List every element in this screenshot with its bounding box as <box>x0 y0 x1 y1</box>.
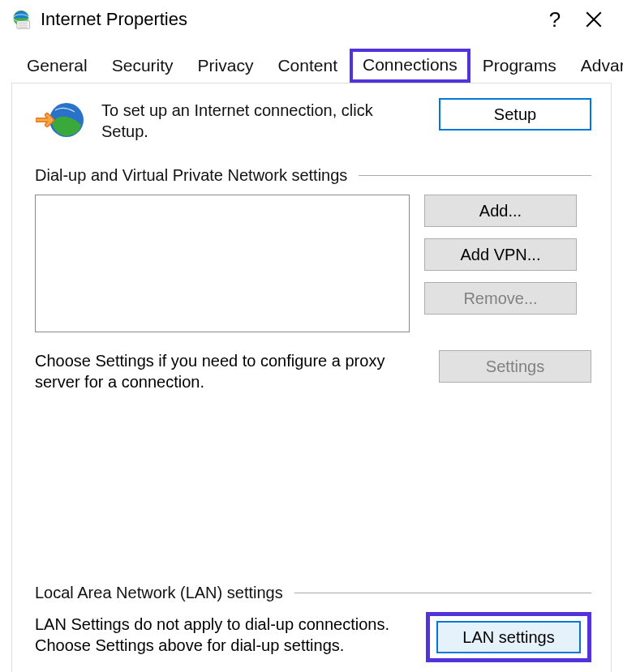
tab-general[interactable]: General <box>15 50 100 83</box>
app-icon <box>10 8 32 31</box>
lan-row: LAN Settings do not apply to dial-up con… <box>35 612 591 662</box>
dialup-header-label: Dial-up and Virtual Private Network sett… <box>35 166 347 185</box>
lan-text: LAN Settings do not apply to dial-up con… <box>35 612 411 656</box>
setup-text: To set up an Internet connection, click … <box>101 98 423 142</box>
divider-line <box>359 175 591 176</box>
setup-section: To set up an Internet connection, click … <box>35 98 591 143</box>
tab-strip: General Security Privacy Content Connect… <box>0 39 623 83</box>
proxy-choose-row: Choose Settings if you need to configure… <box>35 350 591 392</box>
close-icon <box>586 11 602 28</box>
remove-button: Remove... <box>424 282 577 315</box>
close-button[interactable] <box>574 3 613 36</box>
tab-connections[interactable]: Connections <box>350 49 470 83</box>
window-title: Internet Properties <box>41 9 187 30</box>
tab-content-panel: To set up an Internet connection, click … <box>11 83 612 672</box>
setup-globe-icon <box>35 98 85 143</box>
setup-button[interactable]: Setup <box>439 98 591 131</box>
settings-button: Settings <box>439 350 591 383</box>
tab-content[interactable]: Content <box>265 50 350 83</box>
lan-highlight-box: LAN settings <box>426 612 591 662</box>
tab-privacy[interactable]: Privacy <box>186 50 266 83</box>
tab-programs[interactable]: Programs <box>470 50 569 83</box>
lan-header-label: Local Area Network (LAN) settings <box>35 584 283 602</box>
titlebar: Internet Properties ? <box>0 0 623 39</box>
help-button[interactable]: ? <box>535 3 574 36</box>
divider-line <box>294 593 591 593</box>
dialup-button-column: Add... Add VPN... Remove... <box>424 195 577 315</box>
dialup-header: Dial-up and Virtual Private Network sett… <box>35 166 591 185</box>
connections-listbox[interactable] <box>35 195 410 332</box>
lan-settings-button[interactable]: LAN settings <box>436 621 581 653</box>
tab-advanced[interactable]: Advanced <box>569 50 623 83</box>
add-button[interactable]: Add... <box>424 195 577 227</box>
lan-header: Local Area Network (LAN) settings <box>35 584 591 602</box>
lan-section: Local Area Network (LAN) settings LAN Se… <box>35 584 591 662</box>
dialup-row: Add... Add VPN... Remove... <box>35 195 591 332</box>
tab-security[interactable]: Security <box>100 50 186 83</box>
proxy-choose-text: Choose Settings if you need to configure… <box>35 350 424 392</box>
add-vpn-button[interactable]: Add VPN... <box>424 238 577 271</box>
